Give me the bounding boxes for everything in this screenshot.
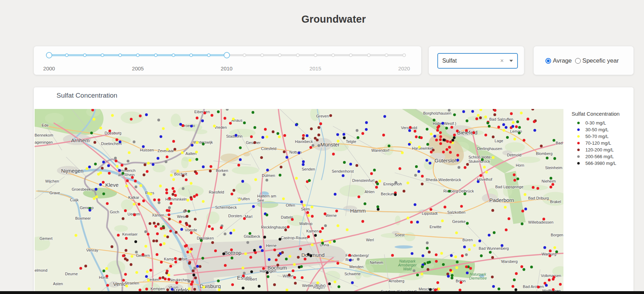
svg-text:Goch: Goch [110,210,119,214]
svg-text:Bennekom: Bennekom [35,133,53,137]
svg-text:Kleve: Kleve [105,182,119,188]
svg-text:Menden: Menden [349,265,364,269]
svg-text:Waltrop: Waltrop [299,221,313,226]
svg-text:Kevelaer: Kevelaer [122,232,138,236]
mode-radio-specific-year[interactable]: Specefic year [575,57,619,64]
page-title: Groundwater [34,13,634,25]
svg-text:Herne: Herne [266,243,277,248]
mode-radio-average[interactable]: Avrage [545,57,572,64]
svg-text:Aalten: Aalten [185,151,196,156]
svg-text:Senden: Senden [302,167,315,171]
svg-text:Drensteinfurt: Drensteinfurt [352,178,374,183]
svg-text:Bad Arolsen: Bad Arolsen [523,284,544,289]
svg-text:Bocholt: Bocholt [174,172,187,176]
slider-year-label: 2010 [221,65,232,71]
svg-text:Deurne: Deurne [65,272,78,276]
legend-item-label: 120-200 mg/L [585,147,614,152]
legend-item-label: 30-50 mg/L [585,127,609,132]
svg-text:Ennigerloh: Ennigerloh [383,182,402,186]
svg-text:Büren: Büren [462,238,473,242]
radio-circle-icon[interactable] [575,58,581,64]
svg-text:Boxmeer: Boxmeer [75,216,91,220]
legend-dot-icon [577,162,580,165]
svg-text:Cuijk: Cuijk [70,198,79,202]
svg-text:Hamm: Hamm [350,208,366,214]
svg-text:Groesbeek: Groesbeek [72,187,91,191]
svg-text:Beckum: Beckum [381,192,395,196]
svg-text:Castrop-Rauxel: Castrop-Rauxel [281,236,308,240]
legend-item: 0-30 mg/L [572,120,632,126]
svg-text:Bad Py: Bad Py [556,141,563,145]
legend-dot-icon [577,122,580,124]
slider-handle[interactable] [224,52,230,58]
slider-tick [207,53,211,57]
svg-text:Dorsten: Dorsten [228,214,242,218]
map-legend: Sulfat Concentration 0-30 mg/L30-50 mg/L… [572,111,632,167]
svg-text:Nijmegen: Nijmegen [61,168,83,174]
svg-text:Stadtlohn: Stadtlohn [226,134,242,138]
slider-tick [367,53,371,57]
svg-text:Neheim: Neheim [370,260,383,265]
svg-text:Bad Wunnenberg: Bad Wunnenberg [479,246,509,250]
parameter-select-card: Sulfat × [429,46,524,75]
svg-text:Horn: Horn [516,163,524,167]
map[interactable]: EdeBennekomageningenArnhemDoesburgDoetin… [35,109,563,292]
year-range-slider[interactable] [49,52,404,66]
svg-text:Coesfeld: Coesfeld [261,146,276,151]
svg-text:Ahlen: Ahlen [365,190,374,194]
legend-item-label: 566-3980 mg/L [585,161,616,166]
chevron-down-icon[interactable] [509,60,513,62]
svg-text:Werl: Werl [366,238,374,242]
parameter-select-value: Sulfat [442,58,500,64]
svg-text:Gütersloh: Gütersloh [435,157,457,163]
svg-text:Dinslaken: Dinslaken [197,236,214,240]
legend-item: 50-70 mg/L [572,133,632,140]
svg-text:Straelen: Straelen [125,281,139,285]
slider-tick [154,53,158,57]
svg-text:Warendorf: Warendorf [371,148,390,152]
slider-tick [296,53,300,57]
svg-text:Gescher: Gescher [246,140,261,145]
parameter-select[interactable]: Sulfat × [437,53,518,69]
slider-year-label: 2005 [132,65,144,71]
svg-text:Paderborn: Paderborn [489,197,514,203]
svg-text:Huissen: Huissen [140,148,154,152]
slider-tick [101,53,104,57]
svg-text:Wetter (Ruhr): Wetter (Ruhr) [302,283,325,288]
mode-radio-card: AvrageSpecefic year [533,46,634,75]
slider-tick [189,53,193,57]
svg-text:Velbert: Velbert [245,277,257,281]
svg-text:Voerde: Voerde [185,228,197,232]
svg-text:Rheda-Wiedenbrück: Rheda-Wiedenbrück [426,178,461,182]
legend-dot-icon [577,128,580,131]
radio-circle-icon[interactable] [545,58,551,64]
slider-handle[interactable] [46,52,52,58]
clear-icon[interactable]: × [500,57,504,64]
svg-text:Schermbeck: Schermbeck [215,205,237,209]
svg-text:Selm: Selm [301,207,310,211]
legend-dot-icon [577,142,580,144]
legend-dot-icon [577,135,580,138]
legend-item: 120-200 mg/L [572,146,632,153]
svg-text:Volkmarsen: Volkmarsen [541,273,561,278]
svg-text:Schwerte: Schwerte [344,272,361,276]
legend-title: Sulfat Concentration [572,111,632,117]
svg-text:Doetinchem: Doetinchem [101,142,122,146]
svg-text:Meschede: Meschede [419,287,437,291]
svg-text:Delbrück: Delbrück [459,189,474,193]
slider-tick [402,53,406,57]
svg-text:Unna: Unna [320,243,329,247]
svg-text:Münster: Münster [320,142,339,148]
svg-text:Vreden: Vreden [214,125,227,129]
svg-text:NaturparkDiemelsee: NaturparkDiemelsee [469,272,487,280]
bottom-bar [0,291,644,294]
svg-text:Wijchen: Wijchen [45,179,59,183]
legend-item: 30-50 mg/L [572,126,632,133]
svg-text:Blomberg: Blomberg [536,151,553,156]
svg-text:Oerlinghausen: Oerlinghausen [477,146,502,151]
legend-item: 70-120 mg/L [572,140,632,146]
svg-text:Geseke: Geseke [452,219,466,224]
map-panel: Sulfat Concentration EdeBennekomageninge… [34,87,634,294]
svg-text:Gladbeck: Gladbeck [244,234,260,238]
svg-text:Xanten: Xanten [152,213,164,217]
